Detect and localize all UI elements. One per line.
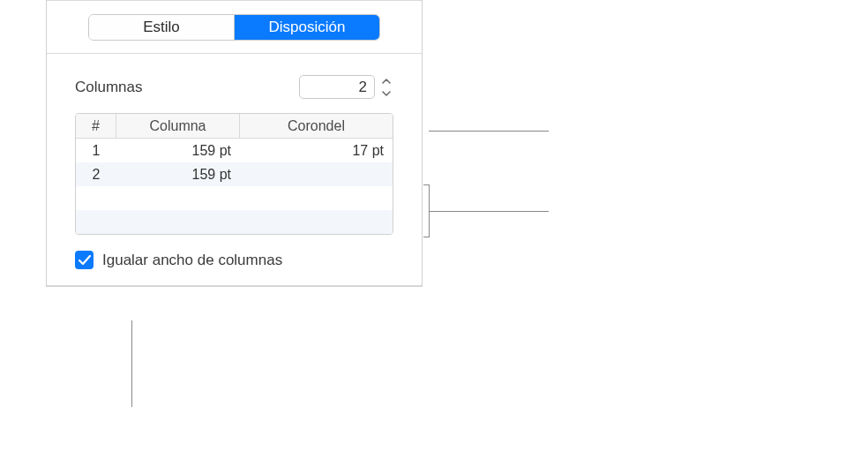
table-body: 1 159 pt 17 pt 2 159 pt xyxy=(76,139,393,234)
columns-table: # Columna Corondel 1 159 pt 17 pt 2 159 … xyxy=(75,113,393,235)
table-row[interactable]: 1 159 pt 17 pt xyxy=(76,139,393,162)
segmented-control: Estilo Disposición xyxy=(88,14,380,41)
tab-style-label: Estilo xyxy=(143,19,180,36)
checkmark-icon xyxy=(79,255,91,266)
stepper-up-button[interactable] xyxy=(378,76,393,87)
tab-layout-label: Disposición xyxy=(269,19,346,36)
table-row[interactable] xyxy=(76,186,393,210)
equal-width-checkbox[interactable] xyxy=(75,251,94,269)
table-row[interactable] xyxy=(76,210,393,234)
columns-header-row: Columnas xyxy=(75,75,393,99)
callout-line xyxy=(131,320,132,407)
bottom-divider xyxy=(47,285,422,286)
header-gutter: Corondel xyxy=(240,114,393,138)
cell-gutter: 17 pt xyxy=(240,143,393,159)
tab-style[interactable]: Estilo xyxy=(89,15,234,40)
table-header: # Columna Corondel xyxy=(76,114,393,139)
format-inspector-panel: Estilo Disposición Columnas xyxy=(46,0,423,287)
columns-stepper xyxy=(299,75,393,99)
stepper-down-button[interactable] xyxy=(378,87,393,99)
callout-line xyxy=(429,131,549,132)
tab-layout[interactable]: Disposición xyxy=(235,15,379,40)
cell-num: 1 xyxy=(76,143,116,159)
columns-value-input[interactable] xyxy=(299,75,375,99)
cell-num: 2 xyxy=(76,167,116,183)
cell-column: 159 pt xyxy=(116,143,240,159)
equal-width-row: Igualar ancho de columnas xyxy=(75,251,393,269)
columns-section: Columnas # Columna Corondel xyxy=(47,54,422,285)
callout-line xyxy=(429,211,549,212)
columns-label: Columnas xyxy=(75,79,143,96)
stepper-buttons xyxy=(378,75,393,99)
chevron-down-icon xyxy=(382,90,391,96)
table-row[interactable]: 2 159 pt xyxy=(76,162,393,186)
header-column: Columna xyxy=(116,114,240,138)
header-num: # xyxy=(76,114,116,138)
chevron-up-icon xyxy=(382,79,391,85)
tabs-section: Estilo Disposición xyxy=(47,1,422,53)
equal-width-label: Igualar ancho de columnas xyxy=(102,252,282,269)
cell-column: 159 pt xyxy=(116,167,240,183)
